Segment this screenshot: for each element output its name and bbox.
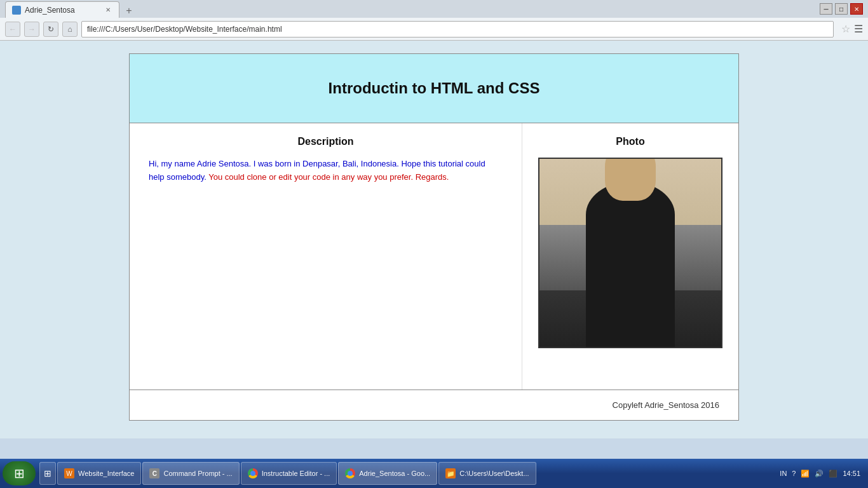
taskbar-item-file-explorer[interactable]: 📁 C:\Users\User\Deskt... xyxy=(438,462,536,485)
url-text: file:///C:/Users/User/Desktop/Website_In… xyxy=(87,25,282,34)
maximize-button[interactable]: □ xyxy=(835,3,848,15)
bookmark-icon[interactable]: ☆ xyxy=(841,23,850,35)
browser-chrome: Adrie_Sentosa ✕ + ─ □ ✕ ← → ↻ ⌂ file:///… xyxy=(0,0,868,41)
home-button[interactable]: ⌂ xyxy=(62,22,78,37)
command-prompt-icon: C xyxy=(149,468,159,478)
refresh-button[interactable]: ↻ xyxy=(43,22,58,37)
instructable-editor-icon xyxy=(248,468,258,478)
photo-frame xyxy=(538,158,722,348)
tray-help-icon: ? xyxy=(792,470,796,477)
taskbar: ⊞ ⊞ W Website_Interface C Command Prompt… xyxy=(0,459,868,488)
site-body: Description Hi, my name Adrie Sentosa. I… xyxy=(130,123,738,390)
taskbar-item-show-desktop[interactable]: ⊞ xyxy=(39,462,56,485)
photo-heading: Photo xyxy=(616,136,644,147)
tab-title: Adrie_Sentosa xyxy=(25,6,75,15)
footer-text: Copyleft Adrie_Sentosa 2016 xyxy=(613,400,719,410)
adrie-sentosa-icon xyxy=(345,468,355,478)
close-button[interactable]: ✕ xyxy=(850,3,863,15)
description-part2: You could clone or edit your code in any… xyxy=(208,172,449,182)
taskbar-label-file-explorer: C:\Users\User\Deskt... xyxy=(459,470,529,477)
taskbar-label-website-interface: Website_Interface xyxy=(78,470,134,477)
taskbar-item-instructable-editor[interactable]: Instructable Editor - ... xyxy=(241,462,337,485)
taskbar-label-instructable-editor: Instructable Editor - ... xyxy=(262,470,330,477)
taskbar-item-command-prompt[interactable]: C Command Prompt - ... xyxy=(142,462,239,485)
tray-lang: IN xyxy=(780,470,787,477)
tray-battery-icon: ⬛ xyxy=(829,470,837,478)
site-title: Introductin to HTML and CSS xyxy=(142,79,726,97)
minimize-button[interactable]: ─ xyxy=(820,3,832,15)
page-content: Introductin to HTML and CSS Description … xyxy=(0,41,868,438)
menu-icon[interactable]: ☰ xyxy=(854,23,863,35)
address-bar[interactable]: file:///C:/Users/User/Desktop/Website_In… xyxy=(81,21,834,37)
title-bar: Adrie_Sentosa ✕ + ─ □ ✕ xyxy=(0,0,868,18)
description-section: Description Hi, my name Adrie Sentosa. I… xyxy=(130,123,522,390)
tab-bar: Adrie_Sentosa ✕ + xyxy=(5,0,820,18)
taskbar-tray: IN ? 📶 🔊 ⬛ 14:51 xyxy=(775,470,865,478)
taskbar-item-website-interface[interactable]: W Website_Interface xyxy=(57,462,141,485)
taskbar-time: 14:51 xyxy=(843,470,860,477)
site-header: Introductin to HTML and CSS xyxy=(130,54,738,123)
back-button[interactable]: ← xyxy=(5,22,20,37)
photo-person-body xyxy=(586,182,675,347)
time-display: 14:51 xyxy=(843,470,860,477)
tray-network-icon[interactable]: 📶 xyxy=(801,470,810,478)
tray-volume-icon[interactable]: 🔊 xyxy=(815,470,824,478)
taskbar-item-adrie-sentosa[interactable]: Adrie_Sentosa - Goo... xyxy=(338,462,437,485)
taskbar-label-command-prompt: Command Prompt - ... xyxy=(163,470,232,477)
new-tab-button[interactable]: + xyxy=(122,4,136,18)
navigation-bar: ← → ↻ ⌂ file:///C:/Users/User/Desktop/We… xyxy=(0,18,868,41)
photo-section: Photo xyxy=(522,123,738,390)
description-text: Hi, my name Adrie Sentosa. I was born in… xyxy=(149,158,503,184)
forward-button[interactable]: → xyxy=(24,22,39,37)
description-heading: Description xyxy=(149,136,503,147)
tab-favicon xyxy=(12,6,21,15)
start-button[interactable]: ⊞ xyxy=(3,461,36,485)
website-container: Introductin to HTML and CSS Description … xyxy=(129,53,739,421)
taskbar-label-adrie-sentosa: Adrie_Sentosa - Goo... xyxy=(359,470,430,477)
window-controls: ─ □ ✕ xyxy=(820,3,863,15)
website-interface-icon: W xyxy=(64,468,74,478)
file-explorer-icon: 📁 xyxy=(445,468,456,478)
tab-close-button[interactable]: ✕ xyxy=(104,6,112,15)
photo-person-face xyxy=(605,158,656,201)
active-tab[interactable]: Adrie_Sentosa ✕ xyxy=(5,1,119,18)
site-footer: Copyleft Adrie_Sentosa 2016 xyxy=(130,390,738,420)
